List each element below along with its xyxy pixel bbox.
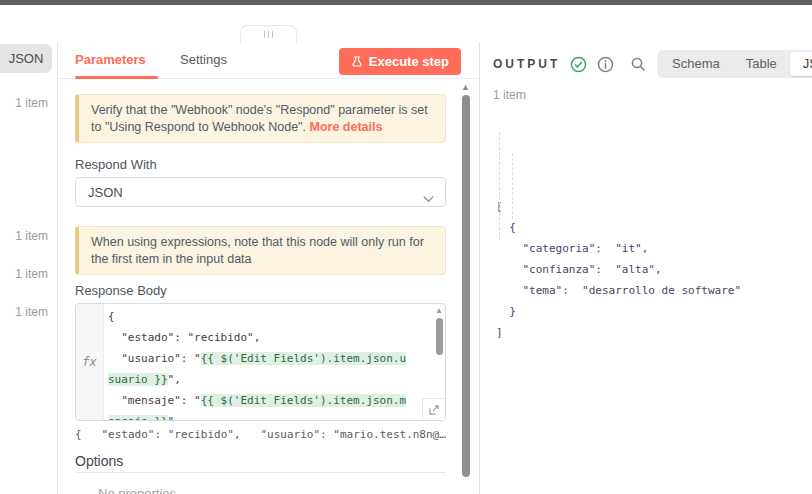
response-body-editor[interactable]: fx { "estado": "recibido", "usuario": "{…	[75, 303, 446, 421]
output-json-line: "categoria": "it",	[496, 238, 741, 259]
input-item-count: 1 item	[15, 229, 48, 243]
input-item-count: 1 item	[15, 267, 48, 281]
options-empty-text: No properties	[98, 486, 176, 494]
options-divider	[75, 472, 446, 473]
output-header: OUTPUT	[493, 50, 646, 78]
tab-table[interactable]: Table	[733, 52, 790, 76]
tab-parameters[interactable]: Parameters	[75, 52, 146, 67]
indent-guide	[499, 132, 500, 240]
tab-settings[interactable]: Settings	[180, 52, 227, 67]
code-line: suario }}",	[108, 369, 433, 390]
node-settings-panel: Parameters Settings Execute step Verify …	[58, 42, 480, 494]
input-item-count: 1 item	[15, 305, 48, 319]
output-view-tabs: Schema Table JSON	[657, 50, 812, 78]
expression-gutter: fx	[76, 304, 104, 420]
response-body-label: Response Body	[75, 283, 167, 298]
info-icon[interactable]	[597, 56, 614, 73]
more-details-link[interactable]: More details	[310, 120, 383, 134]
search-icon[interactable]	[630, 56, 646, 72]
output-panel: OUTPUT Schema Table JSON 1 item [ { "cat…	[480, 42, 812, 494]
tab-schema[interactable]: Schema	[659, 52, 733, 76]
drag-handle-icon	[264, 31, 265, 38]
execute-step-button[interactable]: Execute step	[339, 48, 461, 75]
output-json-line: {	[496, 217, 741, 238]
scroll-up-icon[interactable]: ▲	[435, 306, 443, 315]
output-json-line: "confianza": "alta",	[496, 259, 741, 280]
editor-scrollbar-thumb[interactable]	[436, 318, 443, 355]
code-line: "usuario": "{{ $('Edit Fields').item.jso…	[108, 348, 433, 369]
chevron-down-icon	[423, 189, 434, 207]
execute-step-label: Execute step	[369, 54, 449, 69]
expression-token: suario }}	[108, 373, 168, 386]
respond-with-select[interactable]: JSON	[75, 177, 446, 207]
output-json-line: }	[496, 301, 741, 322]
flask-icon	[351, 55, 363, 68]
respond-with-label: Respond With	[75, 157, 157, 172]
expand-editor-button[interactable]	[422, 398, 445, 420]
options-label: Options	[75, 453, 123, 469]
expression-token: {{ $('Edit Fields').item.json.u	[201, 352, 406, 365]
panel-drag-handle[interactable]	[240, 25, 297, 43]
drag-handle-icon	[268, 31, 269, 38]
parameters-scrollbar-thumb[interactable]	[462, 95, 470, 477]
expand-editor-icon	[429, 404, 440, 415]
code-line: {	[108, 306, 433, 327]
expression-token: {{ $('Edit Fields').item.json.m	[201, 394, 406, 407]
output-json-lines: [ { "categoria": "it", "confianza": "alt…	[496, 196, 741, 343]
success-check-icon	[570, 56, 587, 73]
respond-with-value: JSON	[88, 185, 123, 200]
webhook-notice: Verify that the "Webhook" node's "Respon…	[75, 94, 446, 143]
parameters-scrollbar[interactable]: ▲	[459, 82, 473, 494]
scroll-up-icon[interactable]: ▲	[461, 82, 470, 92]
tab-json[interactable]: JSON	[790, 52, 812, 76]
response-body-preview: { "estado": "recibido", "usuario": "mari…	[75, 428, 446, 441]
fx-icon: fx	[82, 355, 96, 369]
output-json-line: ]	[496, 322, 741, 343]
drag-handle-icon	[272, 31, 273, 38]
output-json-line: "tema": "desarrollo de software"	[496, 280, 741, 301]
input-item-count: 1 item	[15, 96, 48, 110]
response-body-code[interactable]: { "estado": "recibido", "usuario": "{{ $…	[108, 306, 433, 421]
output-json-view: [ { "categoria": "it", "confianza": "alt…	[496, 112, 741, 385]
input-tab-json[interactable]: JSON	[0, 44, 52, 73]
node-settings-header: Parameters Settings Execute step	[58, 42, 479, 79]
code-line: "estado": "recibido",	[108, 327, 433, 348]
input-panel-edge: JSON 1 item1 item1 item1 item	[0, 42, 58, 494]
indent-guide	[512, 153, 513, 219]
code-line: "mensaje": "{{ $('Edit Fields').item.jso…	[108, 390, 433, 411]
expression-token: ensaje }}	[108, 415, 168, 421]
output-title: OUTPUT	[493, 57, 560, 71]
output-item-count: 1 item	[493, 88, 526, 102]
output-json-line: [	[496, 196, 741, 217]
code-line: ensaje }}"	[108, 411, 433, 421]
window-top-bar	[0, 0, 812, 5]
expressions-notice: When using expressions, note that this n…	[75, 226, 446, 275]
active-tab-indicator	[75, 76, 158, 79]
